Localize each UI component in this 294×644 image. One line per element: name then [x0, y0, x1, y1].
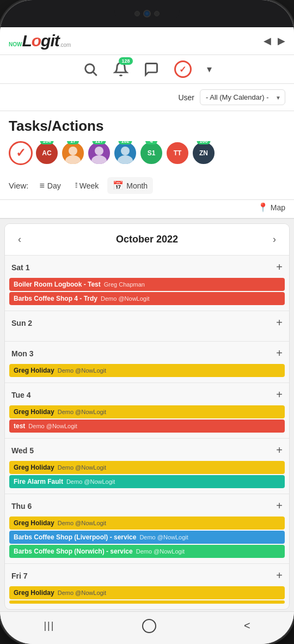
avatar-tt[interactable]: TT — [166, 141, 189, 165]
svg-point-3 — [65, 155, 81, 164]
toolbar-dropdown-arrow: ▾ — [207, 64, 212, 75]
add-event-thu6[interactable]: + — [276, 500, 283, 512]
event-greg-holiday-thu6[interactable]: Greg Holiday Demo @NowLogit — [9, 517, 285, 530]
day-label-sat1: Sat 1 — [11, 263, 29, 272]
view-week-btn[interactable]: ⦙⦙⦙ Week — [70, 178, 105, 193]
avatar-circle-tt: TT — [166, 141, 189, 165]
avatar-circle-p1 — [61, 141, 85, 165]
avatar-badge-p2: 127 — [92, 141, 106, 144]
event-greg-holiday-fri7[interactable]: Greg Holiday Demo @NowLogit — [9, 586, 285, 599]
phone-frame: NOW Lo✓git .com ◀ ▶ — [0, 0, 294, 644]
avatar-check[interactable]: ✓ — [9, 141, 33, 165]
day-header-sat1: Sat 1 + — [5, 256, 289, 277]
event-title-greg-wed5: Greg Holiday — [14, 464, 54, 471]
avatar-circle-s1: S1 — [139, 141, 163, 165]
week-icon: ⦙⦙⦙ — [75, 181, 77, 190]
avatar-s1[interactable]: 4 S1 — [139, 141, 163, 165]
event-barbs-norwich[interactable]: Barbs Coffee Shop (Norwich) - service De… — [9, 545, 285, 558]
notification-badge: 128 — [119, 57, 132, 65]
day-header-fri7: Fri 7 + — [5, 564, 289, 585]
event-user-greg-mon3: Demo @NowLogit — [58, 367, 106, 374]
bell-icon-btn[interactable]: 128 — [113, 62, 128, 77]
add-event-sun2[interactable]: + — [276, 317, 283, 329]
event-test-tue4[interactable]: test Demo @NowLogit — [9, 420, 285, 433]
event-greg-holiday-tue4[interactable]: Greg Holiday Demo @NowLogit — [9, 405, 285, 418]
event-user-barbs-trdy: Demo @NowLogit — [101, 295, 149, 302]
dropdown-arrow-btn[interactable]: ▾ — [207, 63, 212, 75]
tasks-avatars: ✓ 104 AC 17 — [9, 141, 285, 167]
event-fire-alarm[interactable]: Fire Alarm Fault Demo @NowLogit — [9, 475, 285, 488]
view-month-btn[interactable]: 📅 Month — [107, 177, 153, 194]
day-header-thu6: Thu 6 + — [5, 494, 289, 515]
nav-next-arrow[interactable]: ▶ — [278, 35, 285, 47]
map-row: 📍 Map — [0, 200, 294, 219]
calendar-prev-btn[interactable]: ‹ — [14, 232, 26, 247]
calendar-container: ‹ October 2022 › Sat 1 + Boiler Room Log… — [4, 223, 290, 610]
logo-now: NOW — [9, 41, 22, 47]
check-circle-avatar: ✓ — [9, 141, 33, 165]
message-icon-btn[interactable] — [144, 62, 159, 77]
month-label: Month — [126, 181, 148, 190]
day-header-wed5: Wed 5 + — [5, 439, 289, 460]
home-nav[interactable] — [142, 619, 156, 633]
event-barbs-trdy[interactable]: Barbs Coffee Shop 4 - Trdy Demo @NowLogi… — [9, 292, 285, 305]
calendar-title: October 2022 — [116, 234, 178, 245]
event-title-barbs-liverpool: Barbs Coffee Shop (Liverpool) - service — [14, 533, 136, 541]
nav-prev-arrow[interactable]: ◀ — [264, 35, 271, 47]
day-tue4: Tue 4 + Greg Holiday Demo @NowLogit test… — [5, 382, 289, 438]
event-title-greg-fri7: Greg Holiday — [14, 589, 54, 597]
event-barbs-liverpool[interactable]: Barbs Coffee Shop (Liverpool) - service … — [9, 531, 285, 544]
yellow-bar-fri7 — [9, 600, 285, 604]
day-label-sun2: Sun 2 — [11, 319, 32, 327]
avatar-circle-p2 — [87, 141, 111, 165]
user-filter: User - All (My Calendar) - — [0, 84, 294, 111]
icon-toolbar: 128 ✓ ▾ — [0, 55, 294, 84]
avatar-circle-zn: ZN — [192, 141, 216, 165]
search-icon-btn[interactable] — [83, 62, 98, 77]
gesture-nav[interactable]: ||| — [44, 620, 54, 631]
add-event-sat1[interactable]: + — [276, 261, 283, 274]
event-title-greg-tue4: Greg Holiday — [14, 408, 54, 416]
nav-arrows: ◀ ▶ — [264, 35, 285, 47]
camera-speaker — [134, 11, 140, 16]
event-greg-holiday-wed5[interactable]: Greg Holiday Demo @NowLogit — [9, 461, 285, 474]
event-user-boiler: Greg Chapman — [104, 281, 145, 288]
avatar-p3[interactable]: 102 — [113, 141, 137, 165]
avatar-badge-ac: 104 — [40, 141, 53, 144]
day-thu6: Thu 6 + Greg Holiday Demo @NowLogit Barb… — [5, 494, 289, 563]
day-label-thu6: Thu 6 — [11, 502, 32, 511]
logo-logit: Lo✓git — [22, 32, 59, 50]
phone-screen: NOW Lo✓git .com ◀ ▶ — [0, 0, 294, 644]
add-event-tue4[interactable]: + — [276, 388, 283, 401]
app-header: NOW Lo✓git .com ◀ ▶ — [0, 27, 294, 55]
event-title-greg-mon3: Greg Holiday — [14, 367, 54, 374]
add-event-fri7[interactable]: + — [276, 569, 283, 582]
back-nav[interactable]: < — [244, 619, 250, 632]
check-target-icon-btn[interactable]: ✓ — [174, 60, 192, 78]
day-header-mon3: Mon 3 + — [5, 342, 289, 363]
view-day-btn[interactable]: ≡ Day — [34, 178, 66, 194]
calendar-next-btn[interactable]: › — [268, 232, 280, 247]
event-title-barbs-trdy: Barbs Coffee Shop 4 - Trdy — [14, 295, 97, 302]
event-user-greg-tue4: Demo @NowLogit — [58, 409, 106, 415]
app-content: NOW Lo✓git .com ◀ ▶ — [0, 27, 294, 611]
view-map-btn[interactable]: 📍 Map — [258, 202, 285, 212]
user-select[interactable]: - All (My Calendar) - — [200, 89, 285, 105]
add-event-mon3[interactable]: + — [276, 347, 283, 360]
avatar-p2[interactable]: 127 — [87, 141, 111, 165]
event-greg-holiday-mon3[interactable]: Greg Holiday Demo @NowLogit — [9, 364, 285, 377]
day-mon3: Mon 3 + Greg Holiday Demo @NowLogit — [5, 341, 289, 382]
top-bar — [0, 0, 294, 27]
avatar-ac[interactable]: 104 AC — [35, 141, 59, 165]
event-user-greg-wed5: Demo @NowLogit — [58, 464, 106, 471]
avatar-badge-s1: 4 — [145, 141, 157, 144]
svg-point-4 — [95, 147, 103, 155]
tasks-section: Tasks/Actions ✓ 104 AC 17 — [0, 111, 294, 172]
avatar-p1[interactable]: 17 — [61, 141, 85, 165]
event-boiler-room[interactable]: Boiler Room Logbook - Test Greg Chapman — [9, 278, 285, 291]
svg-point-0 — [85, 64, 94, 73]
user-select-wrapper[interactable]: - All (My Calendar) - — [200, 89, 285, 105]
avatar-zn[interactable]: 100 ZN — [192, 141, 216, 165]
add-event-wed5[interactable]: + — [276, 444, 283, 457]
event-user-test-tue4: Demo @NowLogit — [28, 423, 77, 429]
